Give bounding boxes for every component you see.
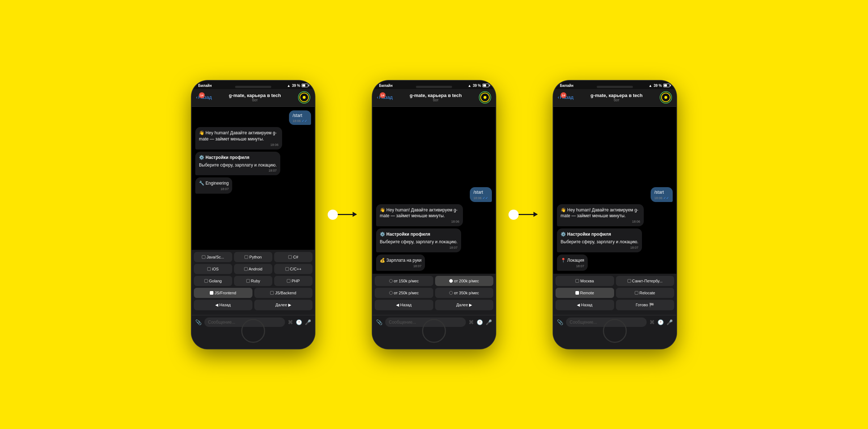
nav-subtitle-3: бот <box>574 98 660 102</box>
msg-location-text-3: 📍 Локация <box>561 257 584 264</box>
cb-java-1 <box>202 255 205 259</box>
clock-icon-2[interactable]: 🕐 <box>477 319 483 325</box>
avatar-inner-3 <box>661 93 671 102</box>
attach-icon-1[interactable]: 📎 <box>195 319 201 325</box>
msg-settings-text-1: ⚙️ Настройки профиля <box>199 155 277 161</box>
cb-relocate-3 <box>635 291 638 295</box>
kb-back-1[interactable]: ◀ Назад <box>194 300 252 310</box>
input-field-1[interactable]: Сообщение... <box>204 317 285 327</box>
msg-time-1: 18:06 ✓✓ <box>293 119 307 123</box>
chat-area-2: /start 18:06 ✓✓ 👋 Hey human! Давайте акт… <box>373 107 495 274</box>
kb-200k-label-2: от 200k р/мес <box>454 279 479 283</box>
msg-greeting-time-2: 18:06 <box>380 220 459 223</box>
msg-out-start-2: /start 18:06 ✓✓ <box>470 187 492 202</box>
cb-cpp-1 <box>285 267 289 271</box>
cmd-icon-2[interactable]: ⌘ <box>469 319 474 325</box>
battery-icon-2 <box>482 84 489 87</box>
kb-back-label-2: ◀ Назад <box>396 303 412 307</box>
mic-icon-1[interactable]: 🎤 <box>305 319 311 325</box>
mic-icon-3[interactable]: 🎤 <box>667 319 673 325</box>
cmd-icon-1[interactable]: ⌘ <box>288 319 293 325</box>
attach-icon-2[interactable]: 📎 <box>376 319 382 325</box>
nav-back-3[interactable]: ‹ 14 Назад <box>558 94 574 100</box>
msg-out-start-3: /start 18:06 ✓✓ <box>651 187 673 202</box>
input-field-2[interactable]: Сообщение... <box>385 317 466 327</box>
kb-jsbackend-1[interactable]: JS/Backend <box>254 288 313 298</box>
msg-in-greeting-2: 👋 Hey human! Давайте активируем g-mate —… <box>376 204 463 227</box>
kb-next-2[interactable]: Далее ▶ <box>435 300 494 310</box>
attach-icon-3[interactable]: 📎 <box>557 319 563 325</box>
kb-relocate-3[interactable]: Relocate <box>616 288 675 298</box>
cb-spb-3 <box>627 279 631 283</box>
msg-time-2: 18:06 ✓✓ <box>473 196 488 200</box>
kb-250k-2[interactable]: от 250k р/мес <box>375 288 433 298</box>
keyboard-area-1: Java/Sc... Python C# iOS <box>192 250 315 315</box>
kb-jsfrontend-1[interactable]: JS/Frontend <box>194 288 252 298</box>
kb-spb-3[interactable]: Санкт-Петербу... <box>616 276 675 286</box>
msg-in-settings-3: ⚙️ Настройки профиля Выберите сферу, зар… <box>557 228 642 252</box>
kb-java-1[interactable]: Java/Sc... <box>194 252 232 262</box>
kb-done-3[interactable]: Готово 🏁 <box>616 300 675 310</box>
kb-python-1[interactable]: Python <box>234 252 272 262</box>
kb-moscow-3[interactable]: Москва <box>556 276 614 286</box>
msg-eng-text-1: 🔧 Engineering <box>199 180 229 186</box>
kb-200k-2[interactable]: от 200k р/мес <box>435 276 494 286</box>
chat-area-1: /start 18:06 ✓✓ 👋 Hey human! Давайте акт… <box>192 107 315 250</box>
kb-ruby-label-1: Ruby <box>251 279 260 283</box>
phone-1: Билайн ▲ 39 % ‹ 14 Назад g-mate, карьера… <box>192 81 315 349</box>
nav-avatar-3[interactable] <box>660 91 672 104</box>
nav-title-3: g-mate, карьера в tech <box>574 93 660 98</box>
input-bar-1: 📎 Сообщение... ⌘ 🕐 🎤 <box>192 315 315 349</box>
battery-icon-3 <box>663 84 670 87</box>
kb-150k-2[interactable]: от 150k р/мес <box>375 276 433 286</box>
back-chevron-1: ‹ <box>196 94 197 100</box>
msg-settings-sub-2: Выберите сферу, зарплату и локацию. <box>380 239 458 245</box>
msg-greeting-text-2: 👋 Hey human! Давайте активируем g-mate —… <box>380 207 459 219</box>
cb-php-1 <box>287 279 290 283</box>
nav-avatar-1[interactable] <box>298 91 310 104</box>
chat-spacer-2 <box>376 110 492 185</box>
input-field-3[interactable]: Сообщение... <box>566 317 647 327</box>
kb-ios-label-1: iOS <box>212 267 218 271</box>
status-right-1: ▲ 39 % <box>287 84 308 88</box>
clock-icon-3[interactable]: 🕐 <box>658 319 664 325</box>
kb-android-label-1: Android <box>249 267 263 271</box>
cb-jsbackend-1 <box>270 291 274 295</box>
kb-ios-1[interactable]: iOS <box>194 264 232 274</box>
cmd-icon-3[interactable]: ⌘ <box>650 319 655 325</box>
kb-remote-3[interactable]: Remote <box>556 288 614 298</box>
mic-icon-2[interactable]: 🎤 <box>486 319 492 325</box>
kb-ruby-1[interactable]: Ruby <box>234 276 272 286</box>
kb-row-1-3: Golang Ruby PHP <box>194 276 312 286</box>
kb-back-3[interactable]: ◀ Назад <box>556 300 614 310</box>
nav-avatar-2[interactable] <box>479 91 491 104</box>
kb-jsbackend-label-1: JS/Backend <box>275 291 296 295</box>
keyboard-area-3: Москва Санкт-Петербу... Remote Relocate <box>553 274 676 315</box>
kb-golang-1[interactable]: Golang <box>194 276 232 286</box>
kb-350k-2[interactable]: от 350k р/мес <box>435 288 494 298</box>
nav-back-2[interactable]: ‹ 14 Назад <box>377 94 393 100</box>
nav-center-3: g-mate, карьера в tech бот <box>574 93 660 102</box>
avatar-inner-1 <box>299 93 309 102</box>
msg-location-time-3: 18:07 <box>561 264 584 268</box>
kb-back-2[interactable]: ◀ Назад <box>375 300 433 310</box>
kb-android-1[interactable]: Android <box>234 264 272 274</box>
kb-spb-label-3: Санкт-Петербу... <box>632 279 663 283</box>
cb-jsfrontend-1 <box>210 291 213 295</box>
kb-next-1[interactable]: Далее ▶ <box>254 300 313 310</box>
kb-cs-1[interactable]: C# <box>274 252 312 262</box>
clock-icon-1[interactable]: 🕐 <box>296 319 302 325</box>
kb-golang-label-1: Golang <box>209 279 222 283</box>
nav-back-1[interactable]: ‹ 14 Назад <box>196 94 212 100</box>
nav-center-1: g-mate, карьера в tech бот <box>212 93 298 102</box>
kb-150k-label-2: от 150k р/мес <box>394 279 419 283</box>
msg-in-location-3: 📍 Локация 18:07 <box>557 255 588 271</box>
kb-row-1-5: ◀ Назад Далее ▶ <box>194 300 312 310</box>
msg-greeting-text-1: 👋 Hey human! Давайте активируем g-mate —… <box>199 130 278 142</box>
kb-cpp-1[interactable]: C/C++ <box>274 264 312 274</box>
phone-3: Билайн ▲ 39 % ‹ 14 Назад g-mate, карьера… <box>553 81 676 349</box>
kb-php-1[interactable]: PHP <box>274 276 312 286</box>
avatar-dot-2 <box>484 96 486 99</box>
kb-row-2-3: ◀ Назад Далее ▶ <box>375 300 493 310</box>
kb-cpp-label-1: C/C++ <box>290 267 302 271</box>
